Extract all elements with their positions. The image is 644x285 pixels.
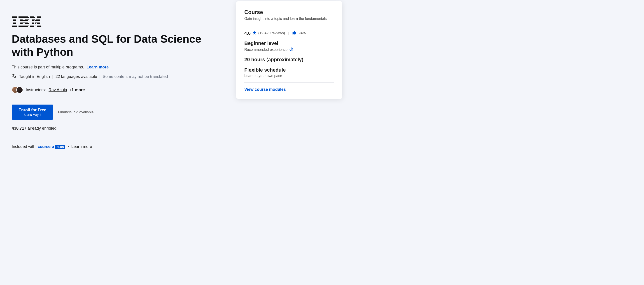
reviews-count: (19,420 reviews) [258, 31, 285, 35]
divider [244, 82, 334, 83]
separator-dot: • [68, 144, 69, 149]
svg-rect-25 [34, 20, 37, 21]
enrolled-number: 438,717 [12, 126, 26, 130]
instructors-more-link[interactable]: +1 more [69, 88, 85, 92]
svg-rect-30 [32, 23, 34, 24]
card-heading: Course [244, 9, 334, 15]
svg-point-38 [41, 26, 41, 27]
svg-rect-34 [36, 24, 36, 26]
svg-rect-12 [20, 20, 28, 21]
svg-rect-6 [12, 24, 17, 26]
svg-rect-16 [18, 24, 29, 26]
program-note-text: This course is part of multiple programs… [12, 65, 84, 69]
enroll-button-subtitle: Starts May 4 [18, 113, 46, 116]
included-prefix: Included with [12, 144, 36, 149]
svg-rect-15 [25, 23, 29, 24]
svg-rect-7 [12, 26, 17, 27]
instructor-link[interactable]: Rav Ahuja [48, 88, 67, 92]
translation-caveat: Some content may not be translated [103, 74, 168, 79]
avatar [16, 86, 23, 93]
svg-rect-13 [20, 22, 28, 22]
languages-available-link[interactable]: 22 languages available [56, 74, 97, 79]
rating-row[interactable]: 4.6 (19,420 reviews) | 94% [244, 30, 334, 36]
level-heading: Beginner level [244, 40, 334, 46]
separator: | [288, 31, 289, 35]
level-subtext: Recommended experience [244, 48, 288, 52]
program-learn-more-link[interactable]: Learn more [86, 65, 108, 69]
enroll-button[interactable]: Enroll for Free Starts May 4 [12, 104, 53, 120]
instructor-avatars [12, 86, 23, 93]
svg-rect-17 [18, 26, 28, 27]
instructors-label: Instructors: [26, 88, 46, 92]
svg-rect-37 [37, 26, 41, 27]
svg-rect-18 [30, 16, 34, 17]
svg-rect-21 [37, 18, 41, 18]
info-icon[interactable] [289, 47, 293, 52]
rating-value: 4.6 [244, 31, 251, 36]
svg-rect-24 [32, 20, 34, 21]
svg-rect-26 [37, 20, 40, 21]
duration-heading: 20 hours (approximately) [244, 57, 334, 62]
coursera-plus-logo: coursera PLUS [38, 144, 65, 149]
enroll-button-title: Enroll for Free [18, 108, 46, 112]
schedule-heading: Flexible schedule [244, 67, 334, 73]
svg-rect-29 [37, 22, 40, 22]
svg-rect-22 [32, 19, 35, 20]
svg-rect-9 [18, 18, 29, 18]
svg-rect-4 [13, 22, 16, 22]
schedule-subtext: Learn at your own pace [244, 74, 334, 78]
enrolled-suffix: already enrolled [26, 126, 56, 130]
star-icon [252, 31, 256, 36]
svg-rect-8 [18, 16, 28, 17]
thumbs-up-icon [292, 30, 297, 36]
svg-rect-0 [12, 16, 17, 17]
svg-rect-10 [20, 19, 22, 20]
like-percentage: 94% [298, 31, 306, 35]
enrolled-count: 438,717 already enrolled [12, 126, 228, 131]
separator: | [99, 74, 100, 79]
svg-rect-11 [25, 19, 29, 20]
svg-rect-3 [13, 20, 16, 21]
svg-point-41 [291, 48, 292, 48]
svg-rect-33 [30, 24, 34, 26]
svg-rect-23 [36, 19, 40, 20]
program-note: This course is part of multiple programs… [12, 65, 228, 70]
svg-rect-31 [36, 23, 36, 24]
svg-rect-27 [32, 22, 34, 22]
svg-rect-36 [30, 26, 34, 27]
svg-rect-14 [20, 23, 22, 24]
svg-rect-32 [37, 23, 40, 24]
divider [244, 26, 334, 26]
separator: | [52, 74, 53, 79]
course-info-card: Course Gain insight into a topic and lea… [236, 1, 342, 99]
translate-icon [12, 74, 17, 80]
svg-rect-2 [13, 19, 16, 20]
financial-aid-link[interactable]: Financial aid available [58, 110, 94, 114]
provider-logo [12, 16, 228, 28]
card-subheading: Gain insight into a topic and learn the … [244, 17, 334, 21]
taught-in-text: Taught in English [19, 74, 50, 79]
coursera-wordmark: coursera [38, 144, 54, 149]
plus-badge: PLUS [55, 145, 65, 149]
course-title: Databases and SQL for Data Science with … [12, 32, 202, 58]
svg-rect-35 [37, 24, 41, 26]
included-learn-more-link[interactable]: Learn more [71, 144, 92, 149]
svg-rect-5 [13, 23, 16, 24]
svg-rect-20 [30, 18, 35, 18]
svg-rect-28 [35, 22, 36, 22]
svg-rect-19 [37, 16, 41, 17]
view-modules-link[interactable]: View course modules [244, 87, 334, 92]
svg-rect-1 [12, 18, 17, 18]
